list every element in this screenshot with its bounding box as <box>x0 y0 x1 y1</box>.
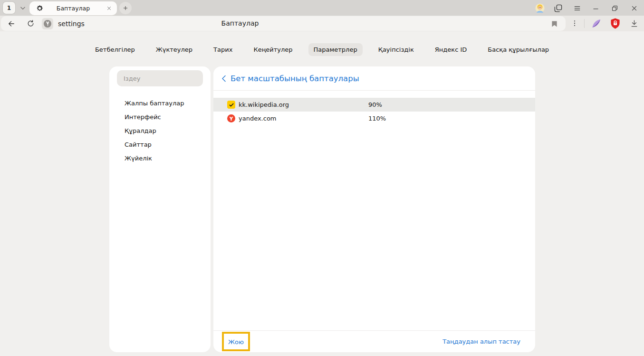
downloads-button[interactable] <box>628 18 640 29</box>
plugin-feather-button[interactable] <box>590 18 602 29</box>
toolbar: settings Баптаулар <box>0 16 644 31</box>
tab-downloads[interactable]: Жүктеулер <box>151 43 198 56</box>
protect-shield-icon <box>610 18 620 29</box>
settings-nav-tabs: Бетбелгілер Жүктеулер Тарих Кеңейтулер П… <box>0 43 644 56</box>
search-input[interactable] <box>117 70 203 86</box>
active-tab[interactable]: Баптаулар <box>29 1 117 15</box>
tab-other-devices[interactable]: Басқа құрылғылар <box>482 43 554 56</box>
tab-title: Баптаулар <box>29 5 117 12</box>
avatar <box>535 3 545 13</box>
sidebar-item-general[interactable]: Жалпы баптаулар <box>109 96 211 110</box>
site-row-kk-wikipedia[interactable]: kk.wikipedia.org 90% <box>213 98 535 112</box>
reload-icon <box>27 19 35 28</box>
maximize-button[interactable] <box>609 2 620 14</box>
close-icon <box>631 5 638 12</box>
tabs-panel-button[interactable] <box>552 2 564 14</box>
chevron-down-icon <box>19 5 26 11</box>
tab-close-button[interactable] <box>105 4 113 12</box>
sidebar-item-sites[interactable]: Сайттар <box>109 138 211 151</box>
reload-button[interactable] <box>25 18 36 29</box>
plus-icon <box>122 5 129 11</box>
back-button[interactable] <box>6 18 17 29</box>
site-zoom-list: kk.wikipedia.org 90% Y yandex.com 110% <box>213 98 535 125</box>
tab-history[interactable]: Тарих <box>208 43 238 56</box>
page-title: Бет масштабының баптаулары <box>231 74 359 83</box>
site-badge-icon[interactable] <box>42 18 53 29</box>
bookmark-button[interactable] <box>548 18 560 29</box>
chevron-left-icon <box>221 75 226 82</box>
hamburger-menu-icon <box>573 4 581 12</box>
site-row-yandex[interactable]: Y yandex.com 110% <box>213 112 535 125</box>
tab-count-button[interactable]: 1 <box>3 2 15 14</box>
sidebar-item-interface[interactable]: Интерфейс <box>109 110 211 124</box>
minimize-icon <box>592 5 599 12</box>
deselect-button[interactable]: Таңдаудан алып тастау <box>442 338 520 345</box>
settings-page: Бетбелгілер Жүктеулер Тарих Кеңейтулер П… <box>0 31 644 356</box>
panel-footer: Жою Таңдаудан алып тастау <box>213 330 535 352</box>
tab-yandex-id[interactable]: Яндекс ID <box>430 43 472 56</box>
yandex-favicon: Y <box>227 114 235 122</box>
site-name: kk.wikipedia.org <box>239 101 289 108</box>
site-zoom-value: 90% <box>368 101 382 108</box>
action-highlight-box: Жою <box>222 332 250 351</box>
tab-extensions[interactable]: Кеңейтулер <box>248 43 298 56</box>
toolbar-divider <box>584 19 585 28</box>
zoom-settings-panel: Бет масштабының баптаулары kk.wikipedia.… <box>213 66 535 352</box>
tab-settings[interactable]: Параметрлер <box>308 43 363 56</box>
site-name: yandex.com <box>239 115 277 122</box>
delete-button[interactable]: Жою <box>228 338 244 346</box>
tab-security[interactable]: Қауіпсіздік <box>373 43 419 56</box>
kebab-menu-icon <box>571 19 578 27</box>
protect-button[interactable] <box>609 18 621 29</box>
download-icon <box>630 19 638 28</box>
maximize-icon <box>611 5 618 12</box>
minimize-button[interactable] <box>590 2 601 14</box>
url-text[interactable]: settings <box>58 20 85 28</box>
omnibox[interactable]: settings Баптаулар <box>1 16 566 31</box>
panel-header: Бет масштабының баптаулары <box>213 66 535 91</box>
back-icon <box>7 19 16 28</box>
tab-list-chevron-button[interactable] <box>17 2 29 14</box>
back-chevron-button[interactable] <box>220 74 228 83</box>
sidebar-item-tools[interactable]: Құралдар <box>109 124 211 138</box>
tab-bar: 1 Баптаулар <box>0 0 644 16</box>
site-zoom-value: 110% <box>368 115 386 122</box>
yandex-badge-icon <box>44 20 51 28</box>
tab-bookmarks[interactable]: Бетбелгілер <box>90 43 140 56</box>
profile-avatar[interactable] <box>534 2 546 14</box>
omnibox-page-title: Баптаулар <box>221 16 259 31</box>
settings-sidebar: Жалпы баптаулар Интерфейс Құралдар Сайтт… <box>109 66 211 352</box>
tabs-panel-icon <box>554 4 563 13</box>
new-tab-button[interactable] <box>119 2 132 14</box>
close-icon <box>106 6 112 11</box>
feather-icon <box>591 18 602 29</box>
close-window-button[interactable] <box>628 2 640 14</box>
browser-menu-button[interactable] <box>571 2 583 14</box>
sidebar-item-system[interactable]: Жүйелік <box>109 151 211 165</box>
checkbox-checked-icon[interactable] <box>227 101 235 109</box>
collections-menu-button[interactable] <box>569 18 580 29</box>
bookmark-flag-icon <box>551 20 557 28</box>
